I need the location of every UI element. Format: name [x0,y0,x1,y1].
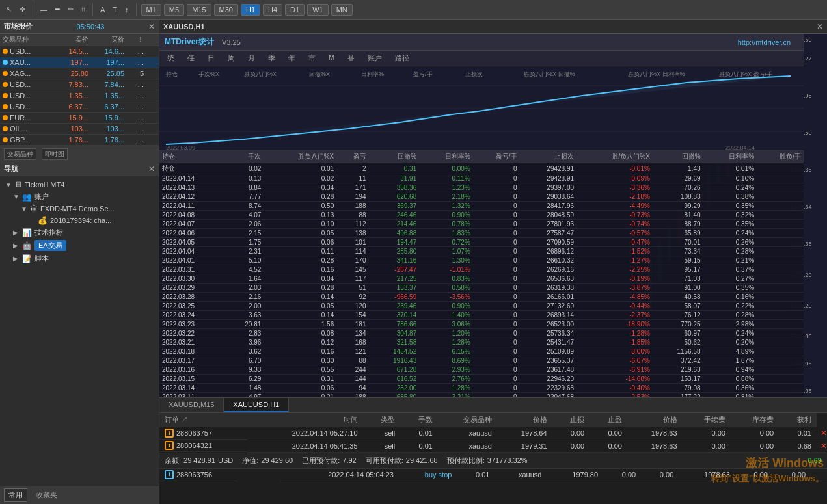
arrow-tool-btn[interactable]: ↖ [3,4,14,15]
stats-cell-count: 188 [336,393,368,397]
stats-nav-nian[interactable]: 年 [286,53,298,64]
stats-cell-profit: 239.46 [369,302,420,311]
stats-cell-stop: -1.27% [576,256,653,265]
mw-bid-eur: 15.9... [55,113,91,123]
pending-order-row[interactable]: ⬆ 288063756 2022.04.14 05:04:23 buy stop… [159,469,827,481]
order-row-2[interactable]: ⬆288064321 2022.04.14 05:41:35 sell 0.01… [159,440,827,452]
tree-item-indicators[interactable]: ▶ 📊 技术指标 [3,226,156,239]
svg-text:日利率%: 日利率% [361,71,384,77]
mw-header-ask: 买价 [91,34,127,46]
stats-nav-ren[interactable]: 任 [185,53,197,64]
stats-cell-count: 194 [336,192,368,202]
stats-nav-yue[interactable]: 月 [245,53,258,64]
tf-d1[interactable]: D1 [285,4,305,16]
close-order-2-btn[interactable]: ✕ [820,442,827,451]
tree-label-scripts: 脚本 [34,254,49,263]
hline-btn[interactable]: ━ [53,4,62,15]
stats-cell-v3 [757,220,804,229]
mw-row-gbp[interactable]: GBP... 1.76... 1.76... ... [0,135,159,146]
stats-cell-v3 [757,183,804,192]
tf-m1[interactable]: M1 [141,4,161,16]
text-btn[interactable]: A [98,5,107,15]
tf-mn[interactable]: MN [331,4,353,16]
svg-text:持仓: 持仓 [166,71,178,77]
tree-item-tickmill[interactable]: ▼ 🖥 Tickmill MT4 [3,179,156,191]
mw-spread-usd2: ... [127,79,146,90]
stats-cell-date: 2022.03.30 [159,274,226,284]
stats-nav-m[interactable]: M [326,53,337,64]
stats-cell-profit: 153.37 [369,284,420,293]
stats-cell-trades: 1.75 [226,238,264,247]
stats-cell-v1: 60.97 [653,329,703,338]
fib-btn[interactable]: ⌗ [79,4,88,15]
stats-cell-pct: 8.69% [419,356,473,365]
tf-m5[interactable]: M5 [164,4,184,16]
mw-row-usd4[interactable]: USD... 6.37... 6.37... ... [0,101,159,113]
mw-spread-xau: ... [127,57,146,68]
accounts-icon: 👥 [22,192,32,202]
stats-nav-zhou[interactable]: 周 [225,53,237,64]
tf-m15[interactable]: M15 [187,4,211,16]
stats-nav-ji[interactable]: 季 [265,53,278,64]
crosshair-btn[interactable]: ✛ [17,4,28,15]
mw-bid-xau: 197... [55,57,91,68]
tree-item-scripts[interactable]: ▶ 📝 脚本 [3,252,156,265]
mw-row-oil[interactable]: OIL... 103... 103... ... [0,124,159,135]
stats-cell-daily: 0 [473,384,520,393]
stats-cell-perlot: 29397.00 [520,183,577,192]
mw-row-xau[interactable]: XAU... 197... 197... ... [0,57,159,68]
stats-nav-ri[interactable]: 日 [205,53,217,64]
stats-nav-shi[interactable]: 市 [306,53,318,64]
stats-cell-trades: 2.03 [226,284,264,293]
stats-cell-winpct: 0.01 [264,163,336,174]
order-sl-2: 0.00 [552,440,590,452]
market-watch-bottom: 交易品种 即时图 [0,146,159,162]
tree-item-accounts[interactable]: ▼ 👥 账户 [3,191,156,203]
mw-row-usd3[interactable]: USD... 1.35... 1.35... ... [0,90,159,101]
stats-nav-account[interactable]: 账户 [365,53,385,64]
tab-h1[interactable]: XAUUUSD,H1 [224,398,289,412]
mw-row-usd2[interactable]: USD... 7.83... 7.84... ... [0,79,159,90]
order-symbol-1: xauusd [438,427,497,440]
tree-item-account[interactable]: 💰 2018179394: cha... [3,215,156,226]
col-perlot: 止损次 [520,151,577,163]
tf-m30[interactable]: M30 [214,4,238,16]
mw-row-eur[interactable]: EUR... 15.9... 15.9... ... [0,113,159,124]
stats-cell-stop: -1.28% [576,329,653,338]
pen-btn[interactable]: ✏ [65,4,76,15]
close-order-1-btn[interactable]: ✕ [820,429,827,438]
tab-m15[interactable]: XAUUSD,M15 [159,398,224,412]
navigator-close-btn[interactable]: ✕ [148,165,155,174]
stats-nav-tong[interactable]: 统 [165,53,177,64]
mw-row-xag[interactable]: XAG... 25.80 25.85 5 [0,68,159,79]
tree-item-ea[interactable]: ▶ 🤖 EA交易 [3,239,156,252]
total-profit: 0.69 [808,457,822,464]
mw-row-usd1[interactable]: USD... 14.5... 14.6... ... [0,46,159,57]
stats-cell-date: 2022.03.25 [159,302,226,311]
chart-close-btn[interactable]: ✕ [817,22,823,31]
nav-tab-favorites[interactable]: 收藏夹 [31,488,62,502]
stats-cell-winpct: 0.50 [264,202,336,211]
stats-cell-pct: 0.11% [419,174,473,183]
text2-btn[interactable]: T [110,5,120,15]
stats-cell-v1: 95.17 [653,265,703,274]
stats-cell-perlot: 29428.91 [520,174,577,183]
stats-nav-fan[interactable]: 番 [345,53,357,64]
mw-symbol-xau: XAU... [0,57,55,68]
market-watch-close-btn[interactable]: ✕ [148,22,155,31]
tf-h1[interactable]: H1 [241,4,260,16]
pending-curprice: 1978.63 [679,469,735,481]
stats-cell-pct: 0.90% [419,211,473,220]
stats-cell-perlot: 27090.59 [520,238,577,247]
mw-symbol-btn[interactable]: 交易品种 [4,148,36,160]
nav-tab-common[interactable]: 常用 [4,488,27,502]
stats-nav-path[interactable]: 路径 [392,53,412,64]
tf-w1[interactable]: W1 [307,4,329,16]
tf-h4[interactable]: H4 [263,4,282,16]
tree-item-fxdd[interactable]: ▼ 🏛 FXDD-MT4 Demo Se... [3,203,156,215]
stats-cell-v1: 70.26 [653,183,703,192]
arrow-btn[interactable]: ↕ [122,5,131,15]
mw-chart-btn[interactable]: 即时图 [42,148,68,160]
line-btn[interactable]: — [38,5,50,15]
order-row-1[interactable]: ⬆288063757 2022.04.14 05:27:10 sell 0.01… [159,427,827,440]
